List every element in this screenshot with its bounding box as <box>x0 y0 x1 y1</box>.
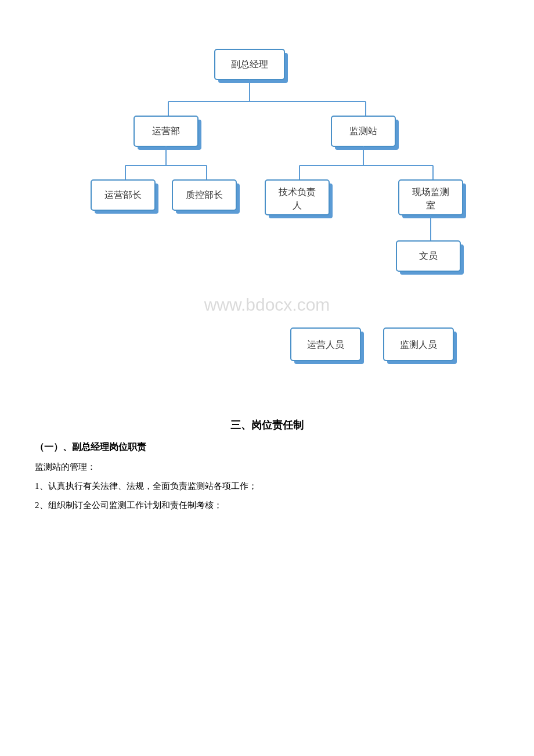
level3-1-text: 运营部长 <box>104 190 142 200</box>
level4-text: 文员 <box>419 251 438 261</box>
svg-text:室: 室 <box>426 200 435 210</box>
item-2: 2、组织制订全公司监测工作计划和责任制考核； <box>35 498 499 513</box>
level2-right-text: 监测站 <box>349 126 377 136</box>
root-node-text: 副总经理 <box>231 59 268 69</box>
subsection-title: （一）、副总经理岗位职责 <box>35 441 499 453</box>
level3-4-text: 现场监测 <box>412 187 449 197</box>
level3-3-text: 技术负责 <box>278 187 316 197</box>
section-content: 三、岗位责任制 （一）、副总经理岗位职责 监测站的管理： 1、认真执行有关法律、… <box>35 418 499 513</box>
section-title: 三、岗位责任制 <box>35 418 499 432</box>
level5-1-text: 运营人员 <box>307 340 344 350</box>
org-chart: 副总经理 运营部 监测站 运营部长 质控部长 <box>35 17 499 412</box>
svg-text:人: 人 <box>293 200 302 210</box>
level3-2-text: 质控部长 <box>186 190 223 200</box>
intro-text: 监测站的管理： <box>35 459 499 475</box>
level2-left-text: 运营部 <box>152 126 180 136</box>
watermark-text: www.bdocx.com <box>204 295 330 314</box>
item-1: 1、认真执行有关法律、法规，全面负责监测站各项工作； <box>35 478 499 494</box>
level5-2-text: 监测人员 <box>400 340 437 350</box>
